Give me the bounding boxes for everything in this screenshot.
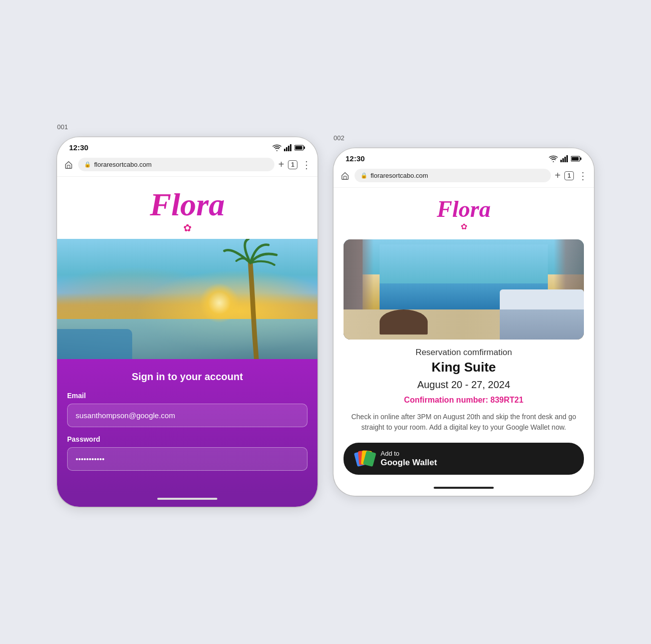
screen-label-1: 001 bbox=[57, 123, 68, 131]
google-wallet-button[interactable]: Add to Google Wallet bbox=[344, 443, 584, 475]
svg-rect-10 bbox=[564, 157, 566, 162]
phone-frame-1: 12:30 bbox=[57, 137, 317, 507]
home-button-2[interactable] bbox=[340, 170, 351, 181]
lock-icon-1: 🔒 bbox=[84, 161, 91, 168]
svg-rect-2 bbox=[288, 146, 289, 151]
confirmation-number: Confirmation number: 839RT21 bbox=[344, 396, 584, 405]
flora-asterisk-1: ✿ bbox=[67, 222, 307, 234]
home-indicator-1 bbox=[57, 494, 317, 507]
tab-count-1[interactable]: 1 bbox=[288, 160, 297, 169]
phone-screen-1: 001 12:30 bbox=[57, 137, 317, 507]
svg-rect-14 bbox=[572, 157, 579, 160]
battery-icon-2 bbox=[571, 156, 582, 162]
svg-rect-7 bbox=[67, 165, 70, 168]
reservation-area: Reservation comfirmation King Suite Augu… bbox=[334, 348, 594, 433]
wifi-icon bbox=[272, 144, 281, 151]
flora-logo-2: Flora bbox=[344, 198, 584, 221]
browser-url-bar-1[interactable]: 🔒 floraresortcabo.com bbox=[78, 158, 274, 171]
svg-rect-11 bbox=[566, 155, 568, 162]
more-button-2[interactable]: ⋮ bbox=[578, 170, 588, 182]
status-bar-2: 12:30 bbox=[334, 148, 594, 166]
battery-icon bbox=[294, 145, 305, 151]
svg-rect-3 bbox=[290, 144, 291, 151]
svg-rect-5 bbox=[304, 146, 305, 149]
svg-rect-1 bbox=[286, 147, 287, 151]
signal-icon-2 bbox=[560, 155, 568, 162]
logo-area-2: Flora ✿ bbox=[334, 188, 594, 234]
phone-screen-2: 002 12:30 bbox=[334, 148, 594, 496]
reservation-label: Reservation comfirmation bbox=[344, 348, 584, 358]
wifi-icon-2 bbox=[549, 155, 558, 162]
hotel-image bbox=[344, 239, 584, 340]
signal-icon bbox=[284, 144, 292, 151]
home-indicator-2 bbox=[334, 483, 594, 496]
browser-bar-2: 🔒 floraresortcabo.com + 1 ⋮ bbox=[334, 166, 594, 188]
flora-logo-1: Flora bbox=[67, 189, 307, 221]
wallet-add-to-label: Add to bbox=[381, 450, 437, 458]
home-bar-2 bbox=[434, 487, 494, 489]
browser-bar-1: 🔒 floraresortcabo.com + 1 ⋮ bbox=[57, 155, 317, 177]
status-bar-1: 12:30 bbox=[57, 137, 317, 155]
status-time-2: 12:30 bbox=[346, 154, 365, 163]
home-button-1[interactable] bbox=[63, 159, 74, 170]
wallet-google-label: Google Wallet bbox=[381, 458, 437, 468]
url-text-1: floraresortcabo.com bbox=[94, 161, 152, 168]
plus-button-1[interactable]: + bbox=[278, 159, 284, 170]
hero-image-1 bbox=[57, 239, 317, 359]
url-text-2: floraresortcabo.com bbox=[371, 172, 428, 179]
svg-rect-6 bbox=[295, 146, 302, 149]
email-label: Email bbox=[67, 392, 307, 400]
status-icons-1 bbox=[272, 144, 305, 151]
more-button-1[interactable]: ⋮ bbox=[301, 159, 311, 171]
home-icon bbox=[64, 160, 73, 169]
room-type: King Suite bbox=[344, 360, 584, 375]
flora-asterisk-2: ✿ bbox=[344, 222, 584, 231]
email-input[interactable] bbox=[67, 404, 307, 427]
password-input[interactable] bbox=[67, 447, 307, 471]
tab-count-2[interactable]: 1 bbox=[564, 171, 574, 180]
browser-actions-1: + 1 ⋮ bbox=[278, 159, 311, 171]
lock-icon-2: 🔒 bbox=[361, 172, 368, 179]
phone-frame-2: 12:30 bbox=[334, 148, 594, 496]
home-bar-1 bbox=[157, 498, 217, 500]
svg-rect-13 bbox=[580, 157, 582, 160]
browser-url-bar-2[interactable]: 🔒 floraresortcabo.com bbox=[355, 169, 551, 182]
svg-rect-15 bbox=[344, 176, 346, 179]
status-icons-2 bbox=[549, 155, 582, 162]
sign-in-title: Sign in to your account bbox=[67, 371, 307, 383]
checkin-text: Check in online after 3PM on August 20th… bbox=[344, 412, 584, 433]
home-icon-2 bbox=[341, 171, 350, 180]
status-time-1: 12:30 bbox=[69, 143, 88, 152]
stay-dates: August 20 - 27, 2024 bbox=[344, 379, 584, 391]
svg-rect-9 bbox=[562, 158, 564, 162]
svg-rect-0 bbox=[284, 149, 285, 151]
svg-rect-8 bbox=[560, 160, 562, 162]
sign-in-area: Sign in to your account Email Password bbox=[57, 359, 317, 494]
wallet-text: Add to Google Wallet bbox=[381, 450, 437, 468]
palm-tree-icon bbox=[217, 239, 287, 359]
browser-actions-2: + 1 ⋮ bbox=[555, 170, 588, 182]
screen-label-2: 002 bbox=[334, 134, 345, 142]
google-wallet-icon bbox=[356, 450, 374, 468]
logo-area-1: Flora ✿ bbox=[57, 177, 317, 239]
plus-button-2[interactable]: + bbox=[555, 170, 561, 181]
password-label: Password bbox=[67, 435, 307, 443]
